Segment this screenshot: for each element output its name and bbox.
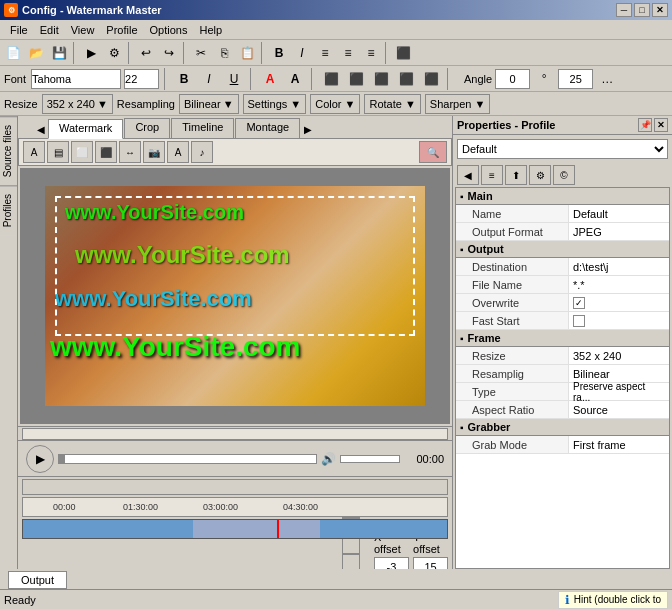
props-list-button[interactable]: ≡ xyxy=(481,165,503,185)
font-size-button[interactable]: A xyxy=(284,68,306,90)
canvas-zoom-button[interactable]: 🔍 xyxy=(419,141,447,163)
maximize-button[interactable]: □ xyxy=(634,3,650,17)
align-center-button[interactable]: ≡ xyxy=(337,42,359,64)
props-config-button[interactable]: ⚙ xyxy=(529,165,551,185)
props-pin-button[interactable]: 📌 xyxy=(638,118,652,132)
tab-output[interactable]: Output xyxy=(8,571,67,589)
props-section-output[interactable]: ▪ Output xyxy=(456,241,669,258)
save-button[interactable]: 💾 xyxy=(48,42,70,64)
y-offset-input[interactable] xyxy=(413,557,448,569)
canvas-btn-8[interactable]: ♪ xyxy=(191,141,213,163)
align-left-button[interactable]: ≡ xyxy=(314,42,336,64)
align-c[interactable]: ⬛ xyxy=(345,68,367,90)
settings-dropdown[interactable]: Settings ▼ xyxy=(243,94,307,114)
align-bottom[interactable]: ⬛ xyxy=(420,68,442,90)
canvas-btn-2[interactable]: ▤ xyxy=(47,141,69,163)
canvas-btn-7[interactable]: A xyxy=(167,141,189,163)
canvas-btn-3[interactable]: ⬜ xyxy=(71,141,93,163)
menu-options[interactable]: Options xyxy=(144,22,194,38)
h-scroll-track[interactable] xyxy=(22,428,448,440)
profile-select[interactable]: Default xyxy=(457,139,668,159)
resize-dropdown[interactable]: 352 x 240 ▼ xyxy=(42,94,113,114)
props-row-name: Name Default xyxy=(456,205,669,223)
minimize-button[interactable]: ─ xyxy=(616,3,632,17)
italic-button[interactable]: I xyxy=(198,68,220,90)
volume-icon[interactable]: 🔊 xyxy=(321,452,336,466)
tab-watermark[interactable]: Watermark xyxy=(48,119,123,139)
canvas-btn-6[interactable]: 📷 xyxy=(143,141,165,163)
status-bar: Ready ℹ Hint (double click to xyxy=(0,589,672,609)
angle-input[interactable] xyxy=(495,69,530,89)
props-val-output-format: JPEG xyxy=(569,223,669,240)
redo-button[interactable]: ↪ xyxy=(158,42,180,64)
props-info-button[interactable]: © xyxy=(553,165,575,185)
font-toolbar: Font B I U A A ⬛ ⬛ ⬛ ⬛ ⬛ Angle ° … xyxy=(0,66,672,92)
angle-btn2[interactable]: … xyxy=(596,68,618,90)
open-button[interactable]: 📂 xyxy=(25,42,47,64)
menu-file[interactable]: File xyxy=(4,22,34,38)
props-key-resize: Resize xyxy=(456,347,569,364)
props-val-faststart xyxy=(569,312,669,329)
props-sort-button[interactable]: ⬆ xyxy=(505,165,527,185)
rotate-dropdown[interactable]: Rotate ▼ xyxy=(364,94,420,114)
timeline-playhead xyxy=(277,520,279,538)
toolbar-sep-2 xyxy=(128,42,132,64)
props-close-button[interactable]: ✕ xyxy=(654,118,668,132)
tab-nav-left[interactable]: ◀ xyxy=(34,120,48,138)
props-back-button[interactable]: ◀ xyxy=(457,165,479,185)
tab-montage[interactable]: Montage xyxy=(235,118,300,138)
font-size-input[interactable] xyxy=(124,69,159,89)
props-section-main[interactable]: ▪ Main xyxy=(456,188,669,205)
progress-bar[interactable] xyxy=(58,454,317,464)
x-offset-input[interactable] xyxy=(374,557,409,569)
copy-button[interactable]: ⎘ xyxy=(213,42,235,64)
color-dropdown[interactable]: Color ▼ xyxy=(310,94,360,114)
bold-toolbar-button[interactable]: B xyxy=(268,42,290,64)
font-sep3 xyxy=(311,68,315,90)
faststart-checkbox[interactable] xyxy=(573,315,585,327)
canvas-btn-5[interactable]: ↔ xyxy=(119,141,141,163)
profiles-tab[interactable]: Profiles xyxy=(0,185,17,235)
overwrite-checkbox[interactable]: ✓ xyxy=(573,297,585,309)
close-button[interactable]: ✕ xyxy=(652,3,668,17)
canvas-btn-4[interactable]: ⬛ xyxy=(95,141,117,163)
menu-view[interactable]: View xyxy=(65,22,101,38)
undo-button[interactable]: ↩ xyxy=(135,42,157,64)
tab-crop[interactable]: Crop xyxy=(124,118,170,138)
progress-thumb xyxy=(59,455,65,463)
config-button[interactable]: ⚙ xyxy=(103,42,125,64)
angle-input2[interactable] xyxy=(558,69,593,89)
props-section-frame[interactable]: ▪ Frame xyxy=(456,330,669,347)
run-button[interactable]: ▶ xyxy=(80,42,102,64)
volume-bar[interactable] xyxy=(340,455,400,463)
underline-button[interactable]: U xyxy=(223,68,245,90)
align-right-button[interactable]: ≡ xyxy=(360,42,382,64)
timeline-scroll[interactable] xyxy=(22,479,448,495)
stop-button[interactable]: ⬛ xyxy=(392,42,414,64)
menu-edit[interactable]: Edit xyxy=(34,22,65,38)
align-top[interactable]: ⬛ xyxy=(395,68,417,90)
sharpen-dropdown[interactable]: Sharpen ▼ xyxy=(425,94,491,114)
canvas-scrollbar[interactable] xyxy=(18,426,452,440)
menu-help[interactable]: Help xyxy=(193,22,228,38)
font-color-button[interactable]: A xyxy=(259,68,281,90)
canvas-btn-1[interactable]: A xyxy=(23,141,45,163)
align-l[interactable]: ⬛ xyxy=(320,68,342,90)
source-files-tab[interactable]: Source files xyxy=(0,116,17,185)
timeline-track[interactable] xyxy=(22,519,448,539)
angle-btn[interactable]: ° xyxy=(533,68,555,90)
play-button[interactable]: ▶ xyxy=(26,445,54,473)
cut-button[interactable]: ✂ xyxy=(190,42,212,64)
paste-button[interactable]: 📋 xyxy=(236,42,258,64)
resampling-dropdown[interactable]: Bilinear ▼ xyxy=(179,94,239,114)
new-button[interactable]: 📄 xyxy=(2,42,24,64)
tab-timeline[interactable]: Timeline xyxy=(171,118,234,138)
align-r[interactable]: ⬛ xyxy=(370,68,392,90)
menu-profile[interactable]: Profile xyxy=(100,22,143,38)
props-section-grabber[interactable]: ▪ Grabber xyxy=(456,419,669,436)
bold-button[interactable]: B xyxy=(173,68,195,90)
grid-btn-4[interactable] xyxy=(342,554,360,569)
tab-nav-right[interactable]: ▶ xyxy=(301,120,315,138)
italic-toolbar-button[interactable]: I xyxy=(291,42,313,64)
font-select[interactable] xyxy=(31,69,121,89)
